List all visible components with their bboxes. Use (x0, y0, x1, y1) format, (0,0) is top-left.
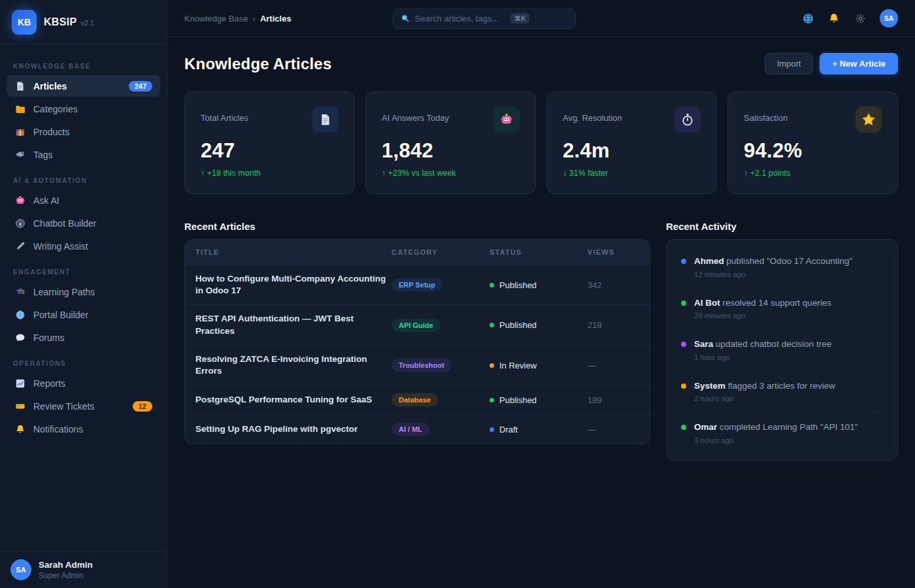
sidebar-item-ask-ai[interactable]: Ask AI (7, 189, 160, 211)
activity-item[interactable]: System flagged 3 articles for review 2 h… (681, 371, 883, 413)
recent-articles-heading: Recent Articles (184, 221, 650, 232)
app-brand: KB KBSIPv2.1 (0, 0, 167, 44)
stat-delta: ↑ +18 this month (201, 169, 339, 178)
recent-articles-section: Recent Articles TITLE CATEGORY STATUS VI… (184, 221, 650, 461)
sidebar-item-tags[interactable]: Tags (7, 144, 160, 165)
sidebar-item-notifications[interactable]: Notifications (7, 418, 160, 440)
sidebar-item-label: Categories (33, 104, 152, 114)
search-input[interactable] (415, 14, 505, 24)
status-label: Published (499, 280, 537, 290)
review-tickets-count-badge: 12 (133, 401, 152, 412)
search-box[interactable]: ⌘K (393, 8, 576, 29)
sidebar-item-label: Writing Assist (33, 241, 152, 252)
breadcrumb: Knowledge Base › Articles (184, 14, 291, 24)
user-avatar: SA (10, 559, 31, 580)
breadcrumb-root[interactable]: Knowledge Base (184, 14, 248, 24)
column-header-status: STATUS (490, 248, 588, 256)
status-label: Draft (499, 425, 518, 434)
sidebar-item-learning-paths[interactable]: Learning Paths (7, 281, 160, 302)
section-label-ai-automation: AI & AUTOMATION (13, 177, 154, 184)
stat-cards: Total Articles 247 ↑ +18 this month AI A… (184, 91, 898, 194)
profile-avatar[interactable]: SA (880, 9, 898, 27)
compass-icon (14, 218, 25, 229)
article-title: Setting Up RAG Pipeline with pgvector (195, 423, 391, 435)
stat-card-total-articles: Total Articles 247 ↑ +18 this month (184, 91, 355, 194)
section-label-engagement: ENGAGEMENT (13, 269, 154, 276)
views-count: 342 (588, 280, 639, 290)
sidebar-item-portal-builder[interactable]: Portal Builder (7, 304, 160, 325)
sidebar-user[interactable]: SA Sarah Admin Super Admin (0, 551, 167, 588)
sidebar-item-label: Portal Builder (33, 310, 152, 320)
stat-value: 247 (201, 139, 339, 163)
category-badge: API Guide (391, 319, 441, 332)
activity-item[interactable]: AI Bot resolved 14 support queries 28 mi… (681, 288, 883, 330)
category-badge: AI / ML (391, 423, 429, 436)
import-button[interactable]: Import (765, 53, 814, 74)
section-label-knowledge-base: KNOWLEDGE BASE (13, 63, 154, 70)
activity-dot (681, 301, 686, 306)
column-header-category: CATEGORY (391, 248, 490, 256)
sidebar-item-articles[interactable]: Articles 247 (7, 75, 160, 97)
speech-bubble-icon (14, 332, 25, 343)
chart-icon (14, 378, 25, 389)
status-label: Published (499, 395, 537, 405)
notifications-bell-icon[interactable] (827, 12, 840, 25)
table-header-row: TITLE CATEGORY STATUS VIEWS (185, 240, 650, 265)
table-row[interactable]: How to Configure Multi-Company Accountin… (185, 265, 650, 304)
stopwatch-icon (674, 106, 701, 133)
category-badge: ERP Setup (391, 278, 442, 291)
document-icon (14, 80, 25, 91)
stat-label: Satisfaction (744, 106, 788, 123)
recent-activity-section: Recent Activity Ahmed published "Odoo 17… (666, 221, 898, 461)
sidebar-item-reports[interactable]: Reports (7, 372, 160, 394)
stat-value: 1,842 (382, 139, 520, 163)
new-article-button[interactable]: + New Article (820, 53, 898, 74)
ticket-icon (14, 400, 25, 412)
articles-table: TITLE CATEGORY STATUS VIEWS How to Confi… (184, 239, 650, 444)
package-icon (14, 126, 25, 137)
sidebar-item-products[interactable]: Products (7, 121, 160, 142)
activity-actor: Omar (694, 422, 717, 432)
folder-icon (14, 103, 25, 114)
breadcrumb-separator: › (253, 14, 256, 24)
column-header-views: VIEWS (588, 248, 639, 256)
activity-item[interactable]: Sara updated chatbot decision tree 1 hou… (681, 329, 883, 371)
search-shortcut-badge: ⌘K (510, 13, 530, 24)
article-title: Resolving ZATCA E-Invoicing Integration … (195, 353, 391, 377)
table-row[interactable]: Setting Up RAG Pipeline with pgvector AI… (185, 414, 650, 444)
activity-dot (681, 425, 686, 430)
settings-gear-icon[interactable] (854, 12, 867, 25)
activity-dot (681, 259, 686, 264)
bell-icon (14, 423, 25, 434)
breadcrumb-current: Articles (260, 14, 291, 24)
activity-time: 1 hour ago (694, 353, 831, 361)
table-row[interactable]: PostgreSQL Performance Tuning for SaaS D… (185, 385, 650, 414)
activity-item[interactable]: Ahmed published "Odoo 17 Accounting" 12 … (681, 246, 883, 288)
activity-time: 12 minutes ago (694, 270, 852, 278)
robot-icon (14, 195, 25, 206)
category-badge: Troubleshoot (391, 359, 452, 372)
sidebar-item-review-tickets[interactable]: Review Tickets 12 (7, 395, 160, 417)
sidebar-item-label: Review Tickets (33, 401, 125, 412)
activity-text: resolved 14 support queries (723, 298, 832, 308)
sidebar-item-chatbot-builder[interactable]: Chatbot Builder (7, 212, 160, 234)
table-row[interactable]: Resolving ZATCA E-Invoicing Integration … (185, 345, 650, 385)
activity-dot (681, 384, 686, 389)
activity-text: updated chatbot decision tree (716, 339, 831, 349)
sidebar-item-label: Learning Paths (33, 287, 152, 297)
activity-actor: Ahmed (694, 256, 724, 266)
sidebar-item-label: Chatbot Builder (33, 218, 152, 229)
table-row[interactable]: REST API Authentication — JWT Best Pract… (185, 304, 650, 344)
stat-delta: ↑ +23% vs last week (382, 169, 520, 178)
status-dot (490, 323, 494, 327)
app-name: KBSIP (44, 16, 76, 27)
stat-value: 2.4m (563, 139, 701, 163)
sidebar-item-categories[interactable]: Categories (7, 98, 160, 120)
language-globe-icon[interactable] (801, 12, 814, 25)
activity-feed: Ahmed published "Odoo 17 Accounting" 12 … (666, 239, 898, 461)
robot-icon (493, 106, 520, 133)
sidebar-item-forums[interactable]: Forums (7, 327, 160, 348)
activity-item[interactable]: Omar completed Learning Path "API 101" 3… (681, 412, 883, 453)
recent-activity-heading: Recent Activity (666, 221, 898, 232)
sidebar-item-writing-assist[interactable]: Writing Assist (7, 235, 160, 257)
